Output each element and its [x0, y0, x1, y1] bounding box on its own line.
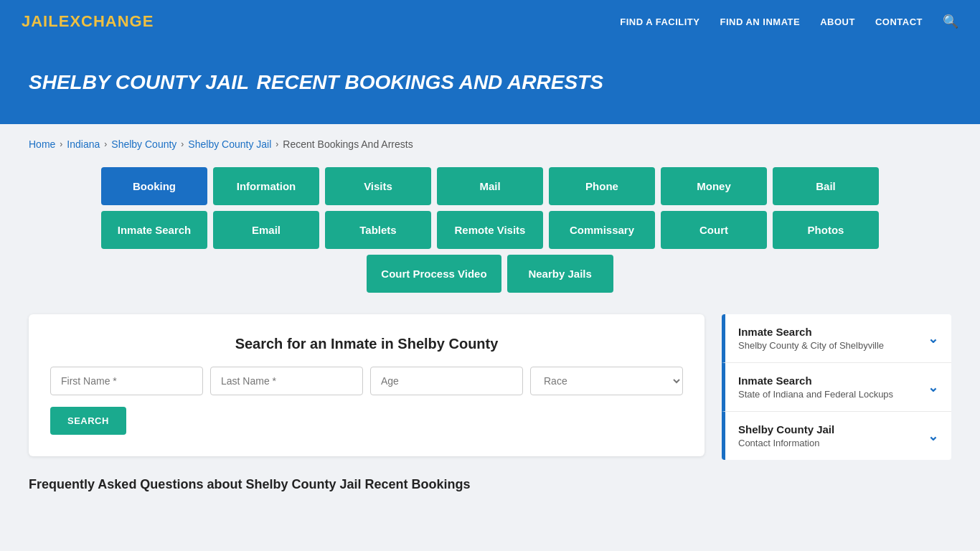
- brand-name-part1: JAIL: [22, 12, 59, 30]
- race-select[interactable]: Race White Black Hispanic Asian Other: [530, 367, 683, 395]
- sidebar-card-3-sub: Contact Information: [738, 438, 834, 448]
- age-input[interactable]: [370, 367, 523, 395]
- nav-about[interactable]: ABOUT: [820, 17, 855, 27]
- btn-bail[interactable]: Bail: [773, 167, 879, 205]
- search-button[interactable]: SEARCH: [50, 407, 126, 435]
- sidebar-card-3-title: Shelby County Jail: [738, 423, 834, 435]
- chevron-down-icon-2: ⌄: [928, 380, 938, 395]
- breadcrumb-indiana[interactable]: Indiana: [67, 138, 100, 150]
- search-title: Search for an Inmate in Shelby County: [50, 336, 683, 352]
- navbar-links: FIND A FACILITY FIND AN INMATE ABOUT CON…: [620, 14, 958, 29]
- breadcrumb: Home › Indiana › Shelby County › Shelby …: [29, 138, 951, 150]
- search-icon-button[interactable]: 🔍: [943, 14, 958, 29]
- brand-highlight: E: [59, 12, 70, 30]
- breadcrumb-sep-1: ›: [60, 139, 62, 149]
- breadcrumb-shelby-jail[interactable]: Shelby County Jail: [188, 138, 271, 150]
- brand-name-part2: XCHANGE: [70, 12, 154, 30]
- chevron-down-icon-1: ⌄: [928, 331, 938, 347]
- bottom-hint: Frequently Asked Questions about Shelby …: [29, 477, 951, 492]
- search-card: Search for an Inmate in Shelby County Ra…: [29, 314, 705, 456]
- nav-find-inmate[interactable]: FIND AN INMATE: [720, 17, 800, 27]
- btn-nearby-jails[interactable]: Nearby Jails: [507, 255, 613, 293]
- main-content: Home › Indiana › Shelby County › Shelby …: [0, 124, 980, 507]
- breadcrumb-sep-3: ›: [181, 139, 184, 149]
- btn-commissary[interactable]: Commissary: [549, 211, 655, 249]
- btn-photos[interactable]: Photos: [773, 211, 879, 249]
- breadcrumb-current: Recent Bookings And Arrests: [283, 138, 413, 150]
- search-fields: Race White Black Hispanic Asian Other: [50, 367, 683, 395]
- sidebar-card-2[interactable]: Inmate Search State of Indiana and Feder…: [722, 363, 951, 412]
- btn-row-1: Booking Information Visits Mail Phone Mo…: [101, 167, 879, 205]
- sidebar-card-1-title: Inmate Search: [738, 326, 884, 338]
- btn-mail[interactable]: Mail: [437, 167, 543, 205]
- nav-contact[interactable]: CONTACT: [875, 17, 923, 27]
- sidebar-card-3[interactable]: Shelby County Jail Contact Information ⌄: [722, 412, 951, 460]
- navbar: JAILEXCHANGE FIND A FACILITY FIND AN INM…: [0, 0, 980, 43]
- last-name-input[interactable]: [210, 367, 363, 395]
- breadcrumb-shelby-county[interactable]: Shelby County: [111, 138, 176, 150]
- btn-booking[interactable]: Booking: [101, 167, 207, 205]
- breadcrumb-home[interactable]: Home: [29, 138, 55, 150]
- btn-inmate-search[interactable]: Inmate Search: [101, 211, 207, 249]
- breadcrumb-sep-2: ›: [104, 139, 107, 149]
- hero-section: Shelby County Jail RECENT BOOKINGS AND A…: [0, 43, 980, 124]
- btn-email[interactable]: Email: [213, 211, 319, 249]
- sidebar-card-2-title: Inmate Search: [738, 375, 893, 387]
- brand-logo[interactable]: JAILEXCHANGE: [22, 12, 154, 31]
- btn-court-process-video[interactable]: Court Process Video: [367, 255, 501, 293]
- btn-visits[interactable]: Visits: [325, 167, 431, 205]
- btn-row-3: Court Process Video Nearby Jails: [367, 255, 613, 293]
- btn-remote-visits[interactable]: Remote Visits: [437, 211, 543, 249]
- btn-row-2: Inmate Search Email Tablets Remote Visit…: [101, 211, 879, 249]
- nav-find-facility[interactable]: FIND A FACILITY: [620, 17, 699, 27]
- btn-money[interactable]: Money: [661, 167, 767, 205]
- sidebar-cards: Inmate Search Shelby County & City of Sh…: [722, 314, 951, 460]
- btn-phone[interactable]: Phone: [549, 167, 655, 205]
- sidebar-card-1-sub: Shelby County & City of Shelbyville: [738, 340, 884, 351]
- lower-section: Search for an Inmate in Shelby County Ra…: [29, 314, 951, 460]
- sidebar-card-2-sub: State of Indiana and Federal Lockups: [738, 389, 893, 400]
- chevron-down-icon-3: ⌄: [928, 428, 938, 444]
- first-name-input[interactable]: [50, 367, 203, 395]
- hero-title-main: Shelby County Jail: [29, 71, 249, 93]
- btn-court[interactable]: Court: [661, 211, 767, 249]
- btn-information[interactable]: Information: [213, 167, 319, 205]
- hero-title: Shelby County Jail RECENT BOOKINGS AND A…: [29, 65, 951, 95]
- btn-tablets[interactable]: Tablets: [325, 211, 431, 249]
- hero-title-sub: RECENT BOOKINGS AND ARRESTS: [257, 71, 603, 93]
- button-grid: Booking Information Visits Mail Phone Mo…: [29, 167, 951, 293]
- sidebar-card-1[interactable]: Inmate Search Shelby County & City of Sh…: [722, 314, 951, 363]
- breadcrumb-sep-4: ›: [275, 139, 278, 149]
